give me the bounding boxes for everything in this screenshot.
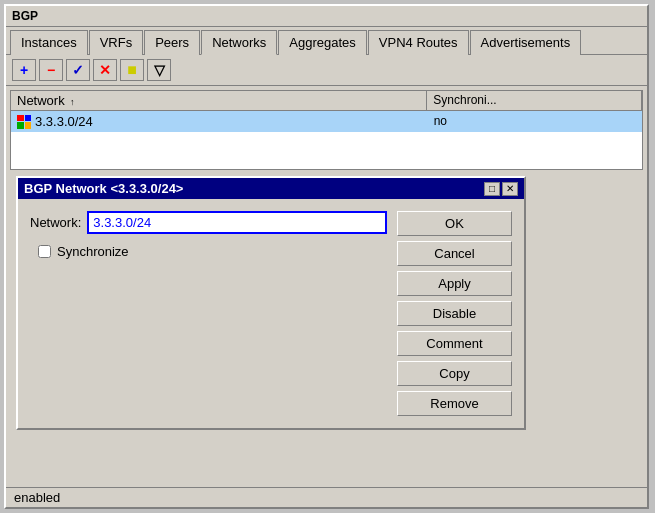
filter-button[interactable]: ▽ <box>147 59 171 81</box>
tab-instances[interactable]: Instances <box>10 30 88 55</box>
ok-button[interactable]: OK <box>397 211 512 236</box>
apply-button[interactable]: Apply <box>397 271 512 296</box>
cancel-toolbar-button[interactable]: ✕ <box>93 59 117 81</box>
dialog-body: Network: Synchronize OK Cancel Apply Dis… <box>18 199 524 428</box>
dialog-right-panel: OK Cancel Apply Disable Comment Copy Rem… <box>397 211 512 416</box>
table-row[interactable]: 3.3.3.0/24 no <box>11 111 642 132</box>
dialog-restore-button[interactable]: □ <box>484 182 500 196</box>
remove-button[interactable]: − <box>39 59 63 81</box>
window-title: BGP <box>6 6 647 27</box>
table-header: Network ↑ Synchroni... <box>11 91 642 111</box>
cell-synchronize: no <box>428 113 642 130</box>
sort-arrow: ↑ <box>70 97 75 107</box>
highlight-button[interactable]: ■ <box>120 59 144 81</box>
tab-aggregates[interactable]: Aggregates <box>278 30 367 55</box>
copy-button[interactable]: Copy <box>397 361 512 386</box>
status-text: enabled <box>14 490 60 505</box>
networks-table: Network ↑ Synchroni... 3.3.3.0/24 no <box>10 90 643 170</box>
synchronize-checkbox[interactable] <box>38 245 51 258</box>
network-field-row: Network: <box>30 211 387 234</box>
dialog-title-text: BGP Network <3.3.3.0/24> <box>24 181 183 196</box>
comment-button[interactable]: Comment <box>397 331 512 356</box>
col-synchronize: Synchroni... <box>427 91 642 110</box>
remove-button-dialog[interactable]: Remove <box>397 391 512 416</box>
network-icon <box>17 115 31 129</box>
main-window: BGP Instances VRFs Peers Networks Aggreg… <box>4 4 649 509</box>
network-label: Network: <box>30 215 81 230</box>
tab-vrfs[interactable]: VRFs <box>89 30 144 55</box>
tab-advertisements[interactable]: Advertisements <box>470 30 582 55</box>
dialog-title-bar: BGP Network <3.3.3.0/24> □ ✕ <box>18 178 524 199</box>
synchronize-label: Synchronize <box>57 244 129 259</box>
cancel-button[interactable]: Cancel <box>397 241 512 266</box>
apply-toolbar-button[interactable]: ✓ <box>66 59 90 81</box>
toolbar: + − ✓ ✕ ■ ▽ <box>6 55 647 86</box>
col-network: Network ↑ <box>11 91 427 110</box>
network-input[interactable] <box>87 211 387 234</box>
disable-button[interactable]: Disable <box>397 301 512 326</box>
tab-peers[interactable]: Peers <box>144 30 200 55</box>
status-bar: enabled <box>6 487 647 507</box>
synchronize-row: Synchronize <box>38 244 387 259</box>
add-button[interactable]: + <box>12 59 36 81</box>
dialog-title-controls: □ ✕ <box>484 182 518 196</box>
cell-network: 3.3.3.0/24 <box>11 113 428 130</box>
tab-networks[interactable]: Networks <box>201 30 277 55</box>
tab-bar: Instances VRFs Peers Networks Aggregates… <box>6 27 647 55</box>
dialog-close-button[interactable]: ✕ <box>502 182 518 196</box>
tab-vpn4routes[interactable]: VPN4 Routes <box>368 30 469 55</box>
dialog-left-panel: Network: Synchronize <box>30 211 387 416</box>
bgp-network-dialog: BGP Network <3.3.3.0/24> □ ✕ Network: Sy… <box>16 176 526 430</box>
